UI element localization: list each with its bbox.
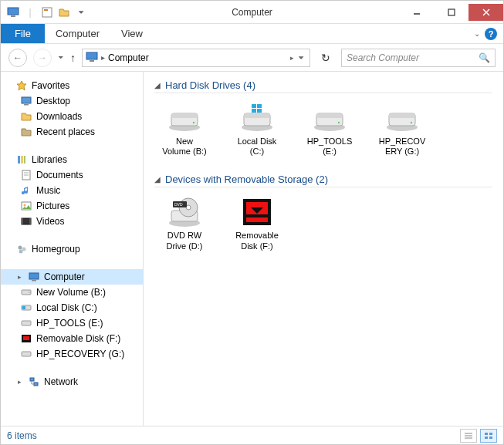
drive-f[interactable]: Removable Disk (F:) <box>227 194 287 254</box>
hdd-icon <box>19 348 33 360</box>
tree-downloads[interactable]: Downloads <box>1 109 143 124</box>
search-input[interactable]: Search Computer 🔍 <box>341 49 496 67</box>
hdd-grid: New Volume (B:) Local Disk (C:) HP_TOOLS… <box>154 99 492 160</box>
svg-rect-73 <box>485 433 488 435</box>
dvd-icon: DVD <box>166 197 203 228</box>
tree-computer[interactable]: ▸ Computer <box>1 269 143 285</box>
disclose-icon[interactable]: ◢ <box>154 81 161 89</box>
group-title: Hard Disk Drives (4) <box>165 79 255 91</box>
svg-point-25 <box>22 248 26 251</box>
disclose-icon[interactable]: ◢ <box>154 175 161 184</box>
titlebar: | ⏷ Computer <box>1 1 503 24</box>
tiles-view-button[interactable] <box>480 429 497 443</box>
help-icon[interactable]: ? <box>485 28 497 40</box>
svg-rect-13 <box>18 156 20 164</box>
drive-g[interactable]: HP_RECOV ERY (G:) <box>372 99 432 160</box>
tree-libraries[interactable]: Libraries <box>1 152 143 167</box>
svg-point-30 <box>29 292 30 293</box>
drive-b[interactable]: New Volume (B:) <box>154 99 215 160</box>
svg-rect-8 <box>86 52 97 59</box>
breadcrumb-sep-icon[interactable]: ▸ ⏷ <box>290 54 306 62</box>
tree-music[interactable]: Music <box>1 183 143 198</box>
svg-rect-15 <box>24 156 25 164</box>
tree-recent-places[interactable]: Recent places <box>1 124 143 140</box>
expand-icon[interactable]: ▸ <box>15 273 24 281</box>
svg-rect-12 <box>24 104 29 106</box>
hdd-icon <box>166 103 203 133</box>
svg-rect-23 <box>29 218 31 224</box>
details-view-button[interactable] <box>460 429 477 443</box>
music-icon <box>19 184 33 197</box>
libraries-icon <box>15 153 29 166</box>
navigation-pane[interactable]: Favorites Desktop Downloads Recent place… <box>1 72 144 426</box>
breadcrumb-sep-icon[interactable]: ▸ <box>101 53 105 62</box>
svg-rect-51 <box>257 109 262 113</box>
svg-rect-58 <box>389 113 415 118</box>
svg-rect-47 <box>244 113 270 118</box>
svg-rect-43 <box>171 113 198 118</box>
status-bar: 6 items <box>1 426 503 444</box>
tab-computer[interactable]: Computer <box>45 24 110 43</box>
close-button[interactable] <box>468 4 503 21</box>
tree-drive-e[interactable]: HP_TOOLS (E:) <box>1 315 143 331</box>
tree-favorites[interactable]: Favorites <box>1 78 143 93</box>
svg-rect-5 <box>448 9 455 15</box>
tree-homegroup[interactable]: Homegroup <box>1 241 143 257</box>
tree-drive-f[interactable]: Removable Disk (F:) <box>1 331 143 346</box>
address-bar[interactable]: ▸ Computer ▸ ⏷ <box>82 49 310 67</box>
star-icon <box>15 79 29 92</box>
tree-documents[interactable]: Documents <box>1 167 143 183</box>
search-placeholder: Search Computer <box>347 52 419 63</box>
svg-rect-14 <box>21 156 23 164</box>
videos-icon <box>19 215 33 228</box>
svg-rect-50 <box>252 109 256 113</box>
tree-desktop[interactable]: Desktop <box>1 93 143 109</box>
tree-drive-c[interactable]: Local Disk (C:) <box>1 300 143 315</box>
tree-drive-b[interactable]: New Volume (B:) <box>1 285 143 300</box>
tab-view[interactable]: View <box>110 24 154 43</box>
svg-text:DVD: DVD <box>174 202 183 207</box>
drive-e[interactable]: HP_TOOLS (E:) <box>299 99 360 160</box>
recent-icon <box>19 126 33 138</box>
svg-rect-74 <box>489 433 492 435</box>
recent-locations-icon[interactable]: ⏷ <box>58 54 64 61</box>
svg-rect-48 <box>252 104 256 108</box>
content-pane[interactable]: ◢ Hard Disk Drives (4) New Volume (B:) L… <box>144 72 503 426</box>
hdd-icon <box>19 286 33 298</box>
group-header-removable[interactable]: ◢ Devices with Removable Storage (2) <box>154 174 492 187</box>
window-controls <box>399 4 503 21</box>
refresh-button[interactable]: ↻ <box>316 49 335 67</box>
back-button[interactable]: ← <box>8 49 27 67</box>
up-button[interactable]: ↑ <box>70 52 76 64</box>
svg-rect-2 <box>42 8 52 17</box>
breadcrumb[interactable]: Computer <box>108 52 149 63</box>
svg-rect-1 <box>11 15 15 17</box>
properties-icon[interactable] <box>39 5 55 20</box>
tree-network[interactable]: ▸ Network <box>1 374 143 389</box>
drive-c[interactable]: Local Disk (C:) <box>227 99 287 160</box>
navigation-toolbar: ← → ⏷ ↑ ▸ Computer ▸ ⏷ ↻ Search Computer… <box>1 44 503 72</box>
forward-button[interactable]: → <box>33 49 52 67</box>
qat-dropdown-icon[interactable]: ⏷ <box>73 5 89 20</box>
group-header-hdd[interactable]: ◢ Hard Disk Drives (4) <box>154 79 492 93</box>
collapse-ribbon-icon[interactable]: ⌄ <box>474 29 480 38</box>
drive-d[interactable]: DVD DVD RW Drive (D:) <box>154 194 215 254</box>
documents-icon <box>19 169 33 181</box>
svg-rect-75 <box>485 437 488 439</box>
maximize-button[interactable] <box>434 4 468 21</box>
tree-drive-g[interactable]: HP_RECOVERY (G:) <box>1 346 143 362</box>
tree-pictures[interactable]: Pictures <box>1 198 143 214</box>
hdd-win-icon <box>19 302 33 314</box>
svg-rect-54 <box>316 113 343 118</box>
hdd-icon <box>384 103 421 133</box>
file-tab[interactable]: File <box>1 24 45 43</box>
tree-videos[interactable]: Videos <box>1 214 143 229</box>
svg-point-24 <box>19 246 22 250</box>
minimize-button[interactable] <box>399 4 434 21</box>
new-folder-icon[interactable] <box>56 5 72 20</box>
expand-icon[interactable]: ▸ <box>15 378 24 386</box>
homegroup-icon <box>15 243 29 255</box>
computer-icon <box>86 52 98 64</box>
svg-rect-76 <box>489 437 492 439</box>
hdd-icon <box>19 317 33 329</box>
